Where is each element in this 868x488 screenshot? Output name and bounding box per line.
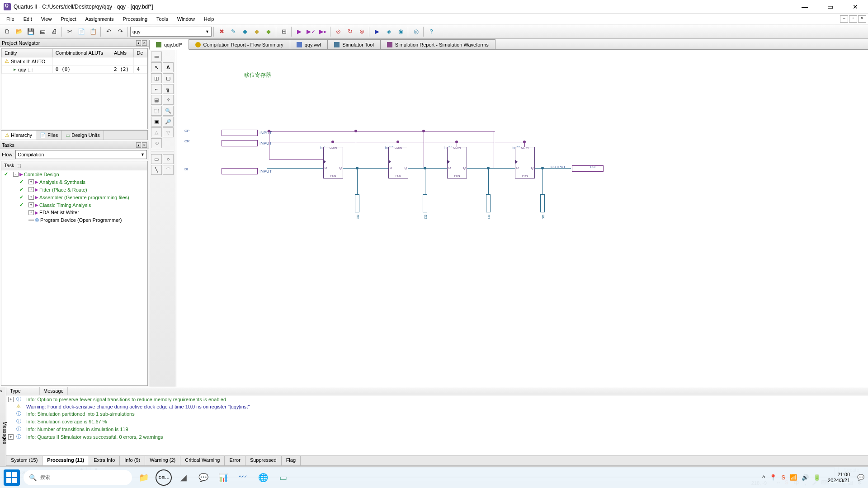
task-row-4[interactable]: ✓+▶Classic Timing Analysis xyxy=(1,201,147,209)
msg-row-2[interactable]: ⓘInfo: Simulation partitioned into 1 sub… xyxy=(6,410,868,418)
msg-col-type[interactable]: Type xyxy=(6,387,40,395)
output-pad-0[interactable] xyxy=(355,194,359,212)
dff-3[interactable]: DQPRN xyxy=(515,147,535,178)
msg-row-4[interactable]: ⓘInfo: Number of transitions in simulati… xyxy=(6,425,868,433)
msg-tab-8[interactable]: Flag xyxy=(282,456,301,465)
col-aluts[interactable]: Combinational ALUTs xyxy=(52,49,111,57)
task-row-2[interactable]: ✓+▶Fitter (Place & Route) xyxy=(1,186,147,193)
msg-tab-6[interactable]: Error xyxy=(225,456,245,465)
msg-col-message[interactable]: Message xyxy=(40,387,68,395)
orthogonal-bus-icon[interactable]: ╗ xyxy=(163,84,174,94)
pointer-tool-icon[interactable]: ↖ xyxy=(151,62,162,72)
stop-icon[interactable]: ⊘ xyxy=(333,26,344,37)
start-analysis-icon[interactable]: ▶✓ xyxy=(306,26,316,37)
pin-cp[interactable]: INPUT xyxy=(222,129,272,137)
redo-icon[interactable]: ↷ xyxy=(115,26,126,37)
maximize-button[interactable]: ▭ xyxy=(821,3,839,10)
col-settings-icon[interactable]: ⬚ xyxy=(16,163,21,169)
chip-planner3-icon[interactable]: ◆ xyxy=(263,26,274,37)
taskbar-search[interactable]: 🔍 搜索 xyxy=(24,470,132,485)
autodesk-icon[interactable]: ◢ xyxy=(175,469,192,486)
nav-device[interactable]: Stratix II: AUTO xyxy=(11,59,45,64)
symbol-tool-icon[interactable]: ◫ xyxy=(151,73,162,83)
app-icon-4[interactable]: ▭ xyxy=(275,469,291,486)
mdi-close-icon[interactable]: × xyxy=(858,15,866,23)
tray-sogou-icon[interactable]: S xyxy=(781,474,785,481)
pin-assign-icon[interactable]: ✎ xyxy=(228,26,239,37)
menu-project[interactable]: Project xyxy=(56,14,80,23)
task-expand-icon[interactable]: + xyxy=(28,202,34,207)
orthogonal-node-icon[interactable]: ⌐ xyxy=(151,84,162,94)
tasks-close-icon[interactable]: × xyxy=(142,142,147,148)
app-icon-3[interactable]: 🌐 xyxy=(255,469,271,486)
pin-di[interactable]: INPUT xyxy=(222,167,272,175)
open-file-icon[interactable]: 📂 xyxy=(14,26,24,37)
col-de[interactable]: De xyxy=(134,49,147,57)
task-expand-icon[interactable]: + xyxy=(28,187,34,192)
entity-select[interactable]: qqy ▼ xyxy=(130,27,212,37)
msg-tab-1[interactable]: Processing (11) xyxy=(42,456,89,465)
msg-row-1[interactable]: ⚠Warning: Found clock-sensitive change d… xyxy=(6,403,868,410)
find-icon[interactable]: 🔎 xyxy=(163,117,174,127)
timing-icon[interactable]: ⊞ xyxy=(278,26,289,37)
oval-shape-icon[interactable]: ○ xyxy=(163,154,174,164)
block-tool2-icon[interactable]: ▢ xyxy=(163,73,174,83)
messages-list[interactable]: +ⓘInfo: Option to preserve fewer signal … xyxy=(6,395,868,455)
zoom-tool-icon[interactable]: 🔍 xyxy=(163,106,174,116)
minimize-button[interactable]: — xyxy=(796,3,814,10)
doc-tab-0[interactable]: qqy.bdf* xyxy=(149,40,189,50)
app-icon-1[interactable]: 📊 xyxy=(215,469,231,486)
msg-expand-icon[interactable]: + xyxy=(8,397,14,402)
rubberband-icon[interactable]: ⬚ xyxy=(151,106,162,116)
programmer-icon[interactable]: ◎ xyxy=(410,26,421,37)
menu-help[interactable]: Help xyxy=(199,14,219,23)
chip-planner2-icon[interactable]: ◆ xyxy=(251,26,262,37)
chip-planner-icon[interactable]: ◆ xyxy=(240,26,250,37)
msg-tab-5[interactable]: Critical Warning xyxy=(180,456,225,465)
flip-v-icon[interactable]: ▽ xyxy=(163,127,174,137)
tray-location-icon[interactable]: 📍 xyxy=(769,474,777,481)
schematic-canvas[interactable]: 移位寄存器 CP INPUT CR INPUT DI INPUT xyxy=(176,50,809,321)
tab-files[interactable]: 📄Files xyxy=(36,131,62,140)
doc-tab-1[interactable]: Compilation Report - Flow Summary xyxy=(189,39,290,49)
tasks-pin-icon[interactable]: ▴ xyxy=(136,142,141,148)
help-icon[interactable]: ? xyxy=(426,26,437,37)
msg-tab-4[interactable]: Warning (2) xyxy=(145,456,180,465)
menu-window[interactable]: Window xyxy=(173,14,199,23)
block-tool-icon[interactable]: ▭ xyxy=(151,52,162,61)
doc-tab-4[interactable]: Simulation Report - Simulation Waveforms xyxy=(380,39,495,49)
conduit-tool-icon[interactable]: ▤ xyxy=(151,95,162,105)
menu-tools[interactable]: Tools xyxy=(152,14,173,23)
save-all-icon[interactable]: 🖴 xyxy=(37,26,48,37)
paste-icon[interactable]: 📋 xyxy=(88,26,99,37)
msg-tab-2[interactable]: Extra Info xyxy=(89,456,120,465)
output-pad-1[interactable] xyxy=(423,194,427,212)
cut-icon[interactable]: ✂ xyxy=(64,26,75,37)
menu-processing[interactable]: Processing xyxy=(118,14,152,23)
menu-file[interactable]: File xyxy=(2,14,19,23)
app-icon-2[interactable]: 〰 xyxy=(235,469,251,486)
panel-close-icon[interactable]: × xyxy=(142,40,147,46)
restart-icon[interactable]: ↻ xyxy=(344,26,355,37)
task-row-5[interactable]: +▶EDA Netlist Writer xyxy=(1,209,147,216)
abort-icon[interactable]: ⊗ xyxy=(356,26,367,37)
task-row-1[interactable]: ✓+▶Analysis & Synthesis xyxy=(1,178,147,186)
timing-sim-icon[interactable]: ◉ xyxy=(395,26,406,37)
save-icon[interactable]: 💾 xyxy=(25,26,36,37)
wechat-icon[interactable]: 💬 xyxy=(195,469,212,486)
msg-row-0[interactable]: +ⓘInfo: Option to preserve fewer signal … xyxy=(6,395,868,403)
msg-tab-7[interactable]: Suppressed xyxy=(245,456,282,465)
menu-edit[interactable]: Edit xyxy=(19,14,37,23)
line-shape-icon[interactable]: ╲ xyxy=(151,165,162,175)
task-row-6[interactable]: ◎Program Device (Open Programmer) xyxy=(1,216,147,224)
new-file-icon[interactable]: 🗋 xyxy=(2,26,13,37)
task-expand-icon[interactable]: - xyxy=(13,172,19,177)
rect-shape-icon[interactable]: ▭ xyxy=(151,154,162,164)
msg-expand-icon[interactable]: + xyxy=(8,434,14,440)
nav-entity[interactable]: qqy xyxy=(18,67,26,72)
output-pad-3[interactable] xyxy=(540,194,545,212)
msg-tab-0[interactable]: System (15) xyxy=(6,456,42,465)
tray-wifi-icon[interactable]: 📶 xyxy=(790,474,797,481)
col-entity[interactable]: Entity xyxy=(2,49,53,57)
flow-select[interactable]: Compilation ▼ xyxy=(15,150,147,159)
